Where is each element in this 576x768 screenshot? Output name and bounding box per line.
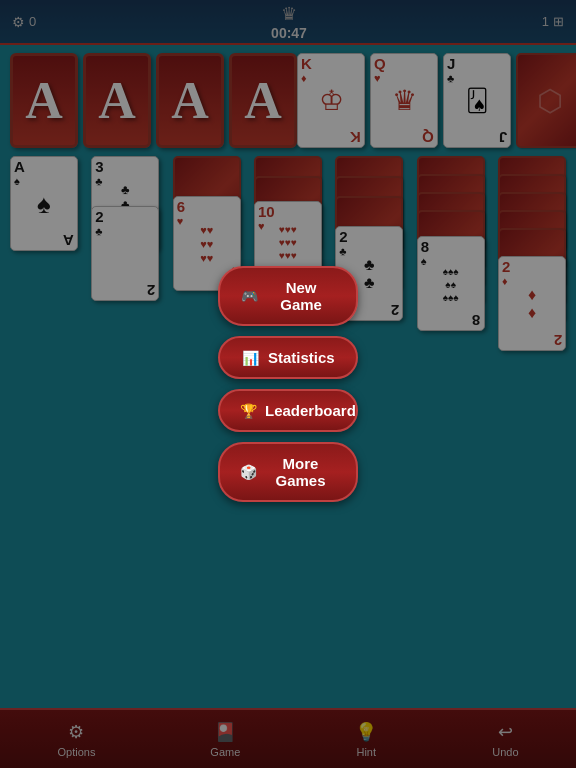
new-game-label: New Game bbox=[266, 279, 336, 313]
statistics-label: Statistics bbox=[268, 349, 335, 366]
more-games-icon: 🎲 bbox=[240, 464, 257, 480]
more-games-button[interactable]: 🎲 More Games bbox=[218, 442, 358, 502]
leaderboard-label: Leaderboard bbox=[265, 402, 356, 419]
statistics-icon: 📊 bbox=[240, 350, 260, 366]
statistics-button[interactable]: 📊 Statistics bbox=[218, 336, 358, 379]
new-game-button[interactable]: 🎮 New Game bbox=[218, 266, 358, 326]
leaderboard-button[interactable]: 🏆 Leaderboard bbox=[218, 389, 358, 432]
leaderboard-icon: 🏆 bbox=[240, 403, 257, 419]
more-games-label: More Games bbox=[265, 455, 336, 489]
menu-overlay: 🎮 New Game 📊 Statistics 🏆 Leaderboard 🎲 … bbox=[0, 0, 576, 768]
new-game-icon: 🎮 bbox=[240, 288, 258, 304]
